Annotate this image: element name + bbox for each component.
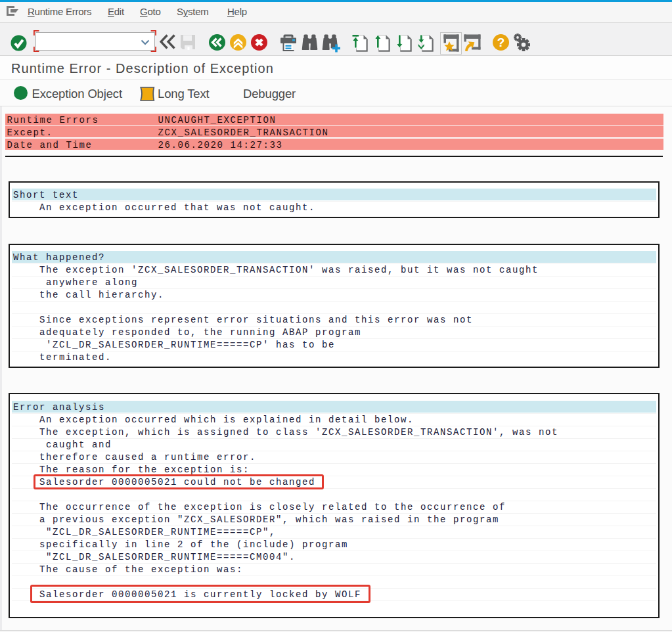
svg-text:?: ? — [497, 35, 505, 49]
